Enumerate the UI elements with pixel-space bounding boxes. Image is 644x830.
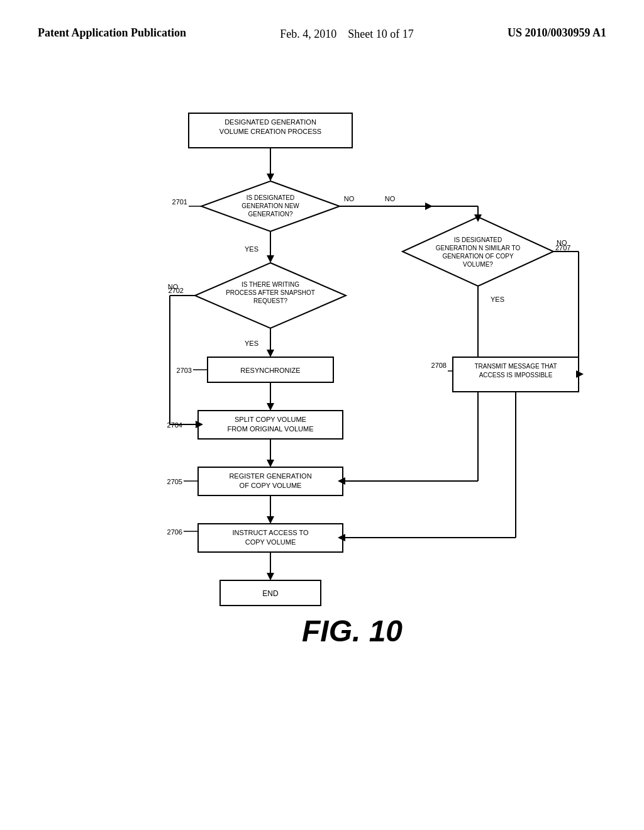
svg-text:2703: 2703 — [177, 367, 192, 374]
svg-text:IS DESIGNATED: IS DESIGNATED — [454, 236, 502, 243]
svg-text:GENERATION N SIMILAR TO: GENERATION N SIMILAR TO — [436, 245, 521, 252]
svg-text:COPY VOLUME: COPY VOLUME — [245, 538, 296, 546]
svg-marker-30 — [267, 350, 274, 357]
svg-text:ACCESS IS IMPOSSIBLE: ACCESS IS IMPOSSIBLE — [479, 372, 553, 379]
svg-text:TRANSMIT MESSAGE THAT: TRANSMIT MESSAGE THAT — [474, 363, 557, 370]
svg-marker-80 — [576, 370, 584, 378]
svg-marker-4 — [267, 174, 274, 181]
svg-text:INSTRUCT ACCESS TO: INSTRUCT ACCESS TO — [232, 529, 308, 536]
svg-text:RESYNCHRONIZE: RESYNCHRONIZE — [240, 367, 300, 374]
publication-label: Patent Application Publication — [38, 25, 186, 41]
svg-text:YES: YES — [491, 296, 504, 303]
svg-marker-58 — [267, 573, 274, 580]
svg-text:2705: 2705 — [167, 478, 182, 485]
svg-text:PROCESS AFTER SNAPSHOT: PROCESS AFTER SNAPSHOT — [226, 289, 315, 296]
header-center: Feb. 4, 2010 Sheet 10 of 17 — [280, 25, 413, 43]
svg-text:OF COPY VOLUME: OF COPY VOLUME — [240, 482, 302, 489]
svg-text:2701: 2701 — [172, 198, 187, 206]
svg-text:GENERATION NEW: GENERATION NEW — [242, 202, 299, 209]
patent-number: US 2010/0030959 A1 — [508, 25, 606, 41]
svg-text:IS DESIGNATED: IS DESIGNATED — [247, 194, 295, 201]
svg-text:END: END — [262, 589, 279, 598]
flowchart-diagram: DESIGNATED GENERATION VOLUME CREATION PR… — [50, 101, 591, 729]
svg-text:VOLUME?: VOLUME? — [463, 261, 493, 268]
svg-text:NO: NO — [385, 195, 396, 202]
svg-marker-51 — [267, 516, 274, 524]
svg-text:VOLUME CREATION PROCESS: VOLUME CREATION PROCESS — [219, 128, 321, 135]
svg-text:REGISTER GENERATION: REGISTER GENERATION — [229, 472, 311, 480]
svg-marker-14 — [402, 217, 553, 286]
svg-text:GENERATION?: GENERATION? — [248, 211, 293, 218]
sheet-label: Sheet 10 of 17 — [348, 28, 413, 40]
svg-text:REQUEST?: REQUEST? — [253, 297, 287, 304]
svg-text:FROM ORIGINAL VOLUME: FROM ORIGINAL VOLUME — [227, 425, 313, 433]
svg-text:FIG.  10: FIG. 10 — [302, 614, 402, 648]
svg-marker-21 — [267, 255, 274, 263]
svg-text:IS THERE WRITING: IS THERE WRITING — [242, 281, 299, 288]
svg-text:GENERATION OF COPY: GENERATION OF COPY — [442, 253, 513, 260]
svg-marker-37 — [267, 403, 274, 411]
svg-text:DESIGNATED GENERATION: DESIGNATED GENERATION — [225, 118, 316, 126]
svg-text:NO: NO — [168, 283, 179, 290]
svg-text:YES: YES — [245, 340, 258, 347]
svg-text:2706: 2706 — [167, 528, 182, 536]
date-label: Feb. 4, 2010 — [280, 28, 336, 40]
svg-text:2708: 2708 — [431, 362, 447, 369]
svg-text:SPLIT COPY VOLUME: SPLIT COPY VOLUME — [235, 416, 306, 423]
svg-marker-44 — [267, 460, 274, 467]
svg-text:NO: NO — [557, 239, 567, 246]
svg-text:NO: NO — [344, 195, 355, 202]
svg-text:YES: YES — [245, 245, 258, 253]
page-header: Patent Application Publication Feb. 4, 2… — [0, 0, 644, 43]
